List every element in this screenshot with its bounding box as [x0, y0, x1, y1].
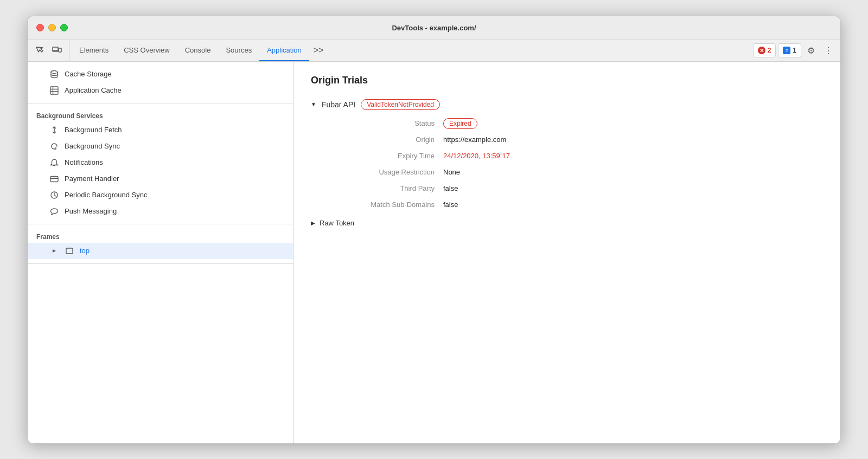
expiry-time-label: Expiry Time — [324, 151, 443, 161]
third-party-label: Third Party — [324, 184, 443, 193]
frame-icon — [65, 246, 74, 256]
background-sync-icon — [49, 141, 59, 151]
status-value: Expired — [443, 119, 823, 128]
usage-restriction-label: Usage Restriction — [324, 167, 443, 177]
sidebar-item-periodic-background-sync[interactable]: Periodic Background Sync — [28, 187, 293, 203]
sidebar: Cache Storage Application Cache — [28, 62, 293, 443]
close-button[interactable] — [36, 24, 44, 31]
sidebar-item-top-frame[interactable]: top — [28, 243, 293, 259]
tab-elements[interactable]: Elements — [72, 40, 116, 61]
svg-rect-4 — [50, 87, 58, 94]
message-count-button[interactable]: ≡ 1 — [778, 43, 801, 57]
more-options-button[interactable]: ⋮ — [821, 43, 836, 58]
periodic-background-sync-icon — [49, 190, 59, 200]
svg-line-14 — [54, 195, 56, 196]
svg-rect-10 — [50, 176, 58, 182]
sidebar-section-storage: Cache Storage Application Cache — [28, 62, 293, 104]
tab-bar: Elements CSS Overview Console Sources Ap… — [28, 40, 840, 62]
trial-header: ▼ Fubar API ValidTokenNotProvided — [311, 99, 823, 110]
sidebar-item-payment-handler[interactable]: Payment Handler — [28, 171, 293, 187]
background-sync-label: Background Sync — [65, 142, 120, 150]
raw-token-label[interactable]: Raw Token — [320, 219, 354, 227]
content-panel: Origin Trials ▼ Fubar API ValidTokenNotP… — [293, 62, 840, 443]
main-content: Cache Storage Application Cache — [28, 62, 840, 443]
tab-bar-right: ✕ 2 ≡ 1 ⚙ ⋮ — [753, 40, 836, 61]
top-frame-toggle-icon — [49, 246, 59, 256]
payment-handler-label: Payment Handler — [65, 174, 119, 183]
trial-item: ▼ Fubar API ValidTokenNotProvided Status… — [311, 99, 823, 227]
tab-sources[interactable]: Sources — [218, 40, 259, 61]
title-bar: DevTools - example.com/ — [28, 16, 840, 40]
push-messaging-icon — [49, 206, 59, 216]
sidebar-section-frames: Frames top — [28, 224, 293, 264]
frames-header: Frames — [28, 229, 293, 243]
detail-table: Status Expired Origin https://example.co… — [324, 119, 823, 210]
sidebar-item-push-messaging[interactable]: Push Messaging — [28, 203, 293, 219]
trial-expand-toggle[interactable]: ▼ — [311, 101, 316, 107]
cache-storage-label: Cache Storage — [65, 70, 112, 78]
raw-token-row: ▶ Raw Token — [311, 219, 823, 227]
maximize-button[interactable] — [60, 24, 68, 31]
sidebar-item-background-sync[interactable]: Background Sync — [28, 138, 293, 154]
error-icon: ✕ — [758, 47, 765, 54]
panel-title: Origin Trials — [311, 75, 823, 86]
message-icon: ≡ — [783, 47, 790, 54]
usage-restriction-value: None — [443, 167, 823, 177]
devtools-nav-icons — [32, 40, 69, 61]
push-messaging-label: Push Messaging — [65, 207, 117, 215]
svg-point-3 — [51, 70, 58, 73]
tab-overflow-button[interactable]: >> — [309, 40, 328, 61]
match-sub-domains-label: Match Sub-Domains — [324, 200, 443, 210]
tab-application[interactable]: Application — [259, 40, 309, 61]
device-toolbar-button[interactable] — [49, 43, 65, 58]
payment-handler-icon — [49, 174, 59, 184]
third-party-value: false — [443, 184, 823, 193]
sidebar-item-cache-storage[interactable]: Cache Storage — [28, 66, 293, 82]
background-fetch-icon — [49, 125, 59, 135]
devtools-window: DevTools - example.com/ Elements — [27, 16, 841, 444]
tab-console[interactable]: Console — [177, 40, 219, 61]
background-services-header: Background Services — [28, 108, 293, 122]
expiry-time-value: 24/12/2020, 13:59:17 — [443, 151, 823, 161]
origin-label: Origin — [324, 135, 443, 145]
raw-token-toggle[interactable]: ▶ — [311, 220, 315, 226]
tabs-list: Elements CSS Overview Console Sources Ap… — [72, 40, 753, 61]
trial-status-badge: ValidTokenNotProvided — [361, 99, 440, 110]
minimize-button[interactable] — [48, 24, 56, 31]
sidebar-item-notifications[interactable]: Notifications — [28, 154, 293, 171]
svg-rect-1 — [59, 48, 61, 52]
error-count-button[interactable]: ✕ 2 — [753, 43, 776, 57]
notifications-label: Notifications — [65, 158, 103, 166]
traffic-lights — [36, 24, 68, 31]
settings-button[interactable]: ⚙ — [803, 43, 819, 58]
svg-rect-16 — [66, 248, 73, 254]
sidebar-item-application-cache[interactable]: Application Cache — [28, 82, 293, 99]
svg-rect-0 — [53, 47, 58, 51]
background-fetch-label: Background Fetch — [65, 126, 122, 134]
status-label: Status — [324, 119, 443, 128]
window-title: DevTools - example.com/ — [392, 24, 476, 32]
match-sub-domains-value: false — [443, 200, 823, 210]
cache-storage-icon — [49, 69, 59, 79]
message-count: 1 — [793, 47, 796, 54]
application-cache-label: Application Cache — [65, 86, 122, 94]
status-badge: Expired — [443, 118, 477, 129]
origin-value: https://example.com — [443, 135, 823, 145]
periodic-background-sync-label: Periodic Background Sync — [65, 191, 147, 199]
svg-marker-15 — [53, 249, 56, 253]
top-frame-label: top — [80, 247, 90, 255]
notifications-icon — [49, 158, 59, 167]
tab-css-overview[interactable]: CSS Overview — [116, 40, 177, 61]
sidebar-item-background-fetch[interactable]: Background Fetch — [28, 122, 293, 138]
inspect-element-button[interactable] — [32, 43, 47, 58]
error-count: 2 — [768, 47, 771, 54]
sidebar-section-background-services: Background Services Background Fetch — [28, 104, 293, 224]
trial-name: Fubar API — [322, 100, 355, 109]
application-cache-icon — [49, 86, 59, 95]
